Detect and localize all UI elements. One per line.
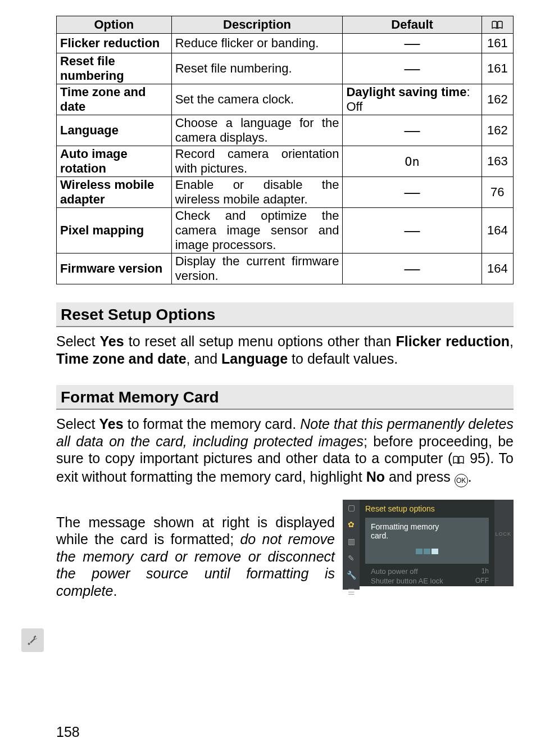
- table-row: Time zone and date Set the camera clock.…: [57, 84, 514, 115]
- retouch-icon: ✎: [348, 554, 355, 563]
- cell-default: —: [343, 208, 482, 253]
- cell-default: Daylight saving time: Off: [343, 84, 482, 115]
- cell-option: Language: [57, 115, 172, 146]
- ss-message-box: Formatting memory card.: [365, 518, 489, 564]
- table-row: Auto image rotation Record camera orient…: [57, 146, 514, 177]
- paragraph-reset: Select Yes to reset all setup menu optio…: [56, 333, 514, 367]
- cell-page: 164: [482, 253, 513, 284]
- table-row: Flicker reduction Reduce flicker or band…: [57, 34, 514, 53]
- cell-default: On: [343, 146, 482, 177]
- cell-option: Time zone and date: [57, 84, 172, 115]
- cell-description: Reduce flicker or banding.: [171, 34, 343, 53]
- progress-bar: [371, 547, 483, 556]
- cell-page: 161: [482, 34, 513, 53]
- film-icon: ▥: [348, 537, 355, 546]
- table-row: Pixel mapping Check and optimize the cam…: [57, 208, 514, 253]
- th-option: Option: [57, 16, 172, 34]
- cell-page: 163: [482, 146, 513, 177]
- cell-option: Reset file numbering: [57, 53, 172, 84]
- cell-option: Wireless mobile adapter: [57, 177, 172, 208]
- cell-description: Reset file numbering.: [171, 53, 343, 84]
- cell-default: —: [343, 34, 482, 53]
- cell-option: Auto image rotation: [57, 146, 172, 177]
- cell-description: Set the camera clock.: [171, 84, 343, 115]
- th-page: [482, 16, 513, 34]
- side-tab: [21, 628, 44, 636]
- options-table: Option Description Default Flicker reduc…: [56, 16, 514, 284]
- ss-message-line: card.: [371, 531, 483, 540]
- cell-option: Pixel mapping: [57, 208, 172, 253]
- cell-description: Enable or disable the wireless mobile ad…: [171, 177, 343, 208]
- cell-page: 161: [482, 53, 513, 84]
- table-row: Reset file numbering Reset file numberin…: [57, 53, 514, 84]
- wrench-icon: [26, 634, 39, 636]
- heading-reset-setup: Reset Setup Options: [56, 302, 514, 327]
- cell-description: Record camera orientation with pictures.: [171, 146, 343, 177]
- cell-description: Display the current firmware version.: [171, 253, 343, 284]
- cell-default: —: [343, 115, 482, 146]
- th-description: Description: [171, 16, 343, 34]
- lock-label: LOCK: [495, 531, 511, 537]
- book-icon: [491, 18, 503, 33]
- cell-option: Firmware version: [57, 253, 172, 284]
- cell-description: Choose a language for the camera display…: [171, 115, 343, 146]
- book-icon: [452, 451, 465, 468]
- heading-format-card: Format Memory Card: [56, 385, 514, 410]
- th-default: Default: [343, 16, 482, 34]
- cell-page: 162: [482, 84, 513, 115]
- camera-icon: ✿: [348, 520, 355, 529]
- ss-right-col: [494, 500, 514, 586]
- cell-page: 164: [482, 208, 513, 253]
- ss-dim-item: Shutter button AE lock: [365, 577, 449, 585]
- ss-dim-value: 1h: [482, 567, 489, 576]
- recent-icon: ☰: [348, 587, 355, 596]
- table-row: Wireless mobile adapter Enable or disabl…: [57, 177, 514, 208]
- cell-page: 162: [482, 115, 513, 146]
- ss-message-line: Formatting memory: [371, 522, 483, 531]
- cell-default: —: [343, 177, 482, 208]
- cell-page: 76: [482, 177, 513, 208]
- ss-dim-value: OFF: [475, 577, 489, 585]
- paragraph-format-2: The message shown at right is displayed …: [56, 514, 335, 600]
- setup-icon: 🔧: [347, 571, 356, 580]
- play-icon: ▢: [348, 503, 355, 512]
- ok-icon: OK: [455, 474, 468, 487]
- cell-default: —: [343, 53, 482, 84]
- camera-screenshot: ▢ ✿ ▥ ✎ 🔧 ☰ LOCK Reset setup options For…: [343, 500, 514, 586]
- cell-option: Flicker reduction: [57, 34, 172, 53]
- ss-title: Reset setup options: [360, 500, 494, 517]
- ss-sidebar: ▢ ✿ ▥ ✎ 🔧 ☰: [343, 500, 360, 590]
- cell-default: —: [343, 253, 482, 284]
- table-row: Firmware version Display the current fir…: [57, 253, 514, 284]
- ss-dim-item: Auto power off: [365, 567, 424, 576]
- paragraph-format-1: Select Yes to format the memory card. No…: [56, 415, 514, 487]
- cell-description: Check and optimize the camera image sens…: [171, 208, 343, 253]
- table-row: Language Choose a language for the camer…: [57, 115, 514, 146]
